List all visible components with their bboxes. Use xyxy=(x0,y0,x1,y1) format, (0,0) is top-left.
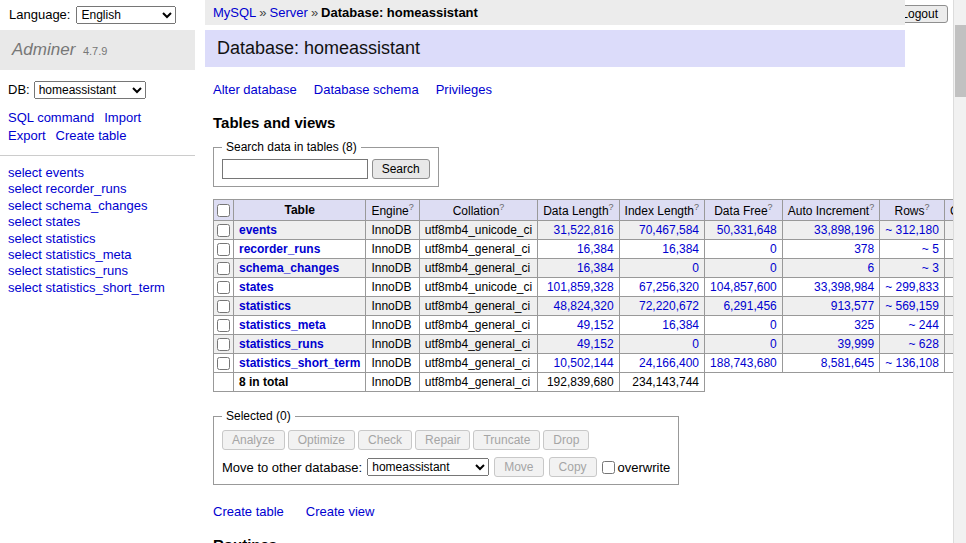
auto-increment-link[interactable]: 33,398,984 xyxy=(814,280,874,294)
table-link-statistics_runs[interactable]: statistics_runs xyxy=(239,337,324,351)
copy-button[interactable]: Copy xyxy=(549,457,597,477)
index-length-link[interactable]: 0 xyxy=(692,261,699,275)
analyze-button[interactable]: Analyze xyxy=(222,430,285,450)
row-checkbox-schema_changes[interactable] xyxy=(217,262,230,275)
rows-count-link[interactable]: ~ 569,159 xyxy=(885,299,939,313)
column-help-link[interactable]: ? xyxy=(768,202,773,212)
row-checkbox-statistics_meta[interactable] xyxy=(217,319,230,332)
scrollbar[interactable] xyxy=(953,0,966,543)
overwrite-checkbox[interactable] xyxy=(602,461,615,474)
sidebar-table-link-statistics_meta[interactable]: statistics_meta xyxy=(46,247,132,262)
data-free-link[interactable]: 104,857,600 xyxy=(710,280,777,294)
alter-database-link[interactable]: Alter database xyxy=(213,82,297,97)
optimize-button[interactable]: Optimize xyxy=(288,430,355,450)
sidebar-table-link-recorder_runs[interactable]: recorder_runs xyxy=(46,181,127,196)
data-length-link[interactable]: 16,384 xyxy=(577,261,614,275)
index-length-link[interactable]: 0 xyxy=(692,337,699,351)
sql-command-link[interactable]: SQL command xyxy=(8,110,94,125)
table-link-schema_changes[interactable]: schema_changes xyxy=(239,261,339,275)
row-checkbox-statistics_short_term[interactable] xyxy=(217,357,230,370)
adminer-home-link[interactable]: Adminer xyxy=(12,40,75,59)
truncate-button[interactable]: Truncate xyxy=(473,430,540,450)
adminer-version-link[interactable]: 4.7.9 xyxy=(83,45,107,57)
import-link[interactable]: Import xyxy=(104,110,141,125)
index-length-link[interactable]: 67,256,320 xyxy=(639,280,699,294)
data-free-link[interactable]: 0 xyxy=(770,261,777,275)
data-length-link[interactable]: 48,824,320 xyxy=(554,299,614,313)
sidebar-create-table-link[interactable]: Create table xyxy=(56,128,127,143)
move-button[interactable]: Move xyxy=(494,457,543,477)
search-button[interactable]: Search xyxy=(372,159,430,179)
select-all-checkbox[interactable] xyxy=(217,204,230,217)
rows-count-link[interactable]: ~ 244 xyxy=(909,318,939,332)
rows-count-link[interactable]: ~ 312,180 xyxy=(885,223,939,237)
data-length-link[interactable]: 31,522,816 xyxy=(554,223,614,237)
data-length-link[interactable]: 16,384 xyxy=(577,242,614,256)
data-length-link[interactable]: 49,152 xyxy=(577,318,614,332)
sidebar-table-link-events[interactable]: events xyxy=(46,165,84,180)
row-checkbox-events[interactable] xyxy=(217,224,230,237)
table-link-recorder_runs[interactable]: recorder_runs xyxy=(239,242,320,256)
drop-button[interactable]: Drop xyxy=(543,430,589,450)
table-link-events[interactable]: events xyxy=(239,223,277,237)
index-length-link[interactable]: 72,220,672 xyxy=(639,299,699,313)
auto-increment-link[interactable]: 325 xyxy=(854,318,874,332)
language-select[interactable]: English xyxy=(76,6,176,24)
index-length-link[interactable]: 16,384 xyxy=(662,242,699,256)
sidebar-select-link-statistics_meta[interactable]: select xyxy=(8,247,42,262)
table-link-states[interactable]: states xyxy=(239,280,274,294)
data-free-link[interactable]: 0 xyxy=(770,242,777,256)
data-free-link[interactable]: 0 xyxy=(770,318,777,332)
data-free-link[interactable]: 0 xyxy=(770,337,777,351)
create-view-link[interactable]: Create view xyxy=(306,504,375,519)
rows-count-link[interactable]: ~ 136,108 xyxy=(885,356,939,370)
auto-increment-link[interactable]: 6 xyxy=(867,261,874,275)
data-length-link[interactable]: 10,502,144 xyxy=(554,356,614,370)
db-select[interactable]: homeassistant xyxy=(34,81,146,99)
row-checkbox-statistics[interactable] xyxy=(217,300,230,313)
move-db-select[interactable]: homeassistant xyxy=(367,458,489,476)
check-button[interactable]: Check xyxy=(358,430,412,450)
data-length-link[interactable]: 101,859,328 xyxy=(547,280,614,294)
rows-count-link[interactable]: ~ 5 xyxy=(922,242,939,256)
sidebar-select-link-statistics_short_term[interactable]: select xyxy=(8,280,42,295)
sidebar-select-link-events[interactable]: select xyxy=(8,165,42,180)
index-length-link[interactable]: 24,166,400 xyxy=(639,356,699,370)
search-input[interactable] xyxy=(222,159,368,179)
auto-increment-link[interactable]: 8,581,645 xyxy=(821,356,874,370)
data-free-link[interactable]: 6,291,456 xyxy=(723,299,776,313)
column-help-link[interactable]: ? xyxy=(609,202,614,212)
auto-increment-link[interactable]: 913,577 xyxy=(831,299,874,313)
row-checkbox-states[interactable] xyxy=(217,281,230,294)
sidebar-select-link-recorder_runs[interactable]: select xyxy=(8,181,42,196)
database-schema-link[interactable]: Database schema xyxy=(314,82,419,97)
create-table-link[interactable]: Create table xyxy=(213,504,284,519)
sidebar-select-link-statistics[interactable]: select xyxy=(8,231,42,246)
sidebar-table-link-statistics_short_term[interactable]: statistics_short_term xyxy=(46,280,165,295)
auto-increment-link[interactable]: 33,898,196 xyxy=(814,223,874,237)
index-length-link[interactable]: 16,384 xyxy=(662,318,699,332)
auto-increment-link[interactable]: 39,999 xyxy=(837,337,874,351)
sidebar-table-link-schema_changes[interactable]: schema_changes xyxy=(46,198,148,213)
sidebar-table-link-statistics[interactable]: statistics xyxy=(46,231,96,246)
sidebar-select-link-statistics_runs[interactable]: select xyxy=(8,263,42,278)
row-checkbox-statistics_runs[interactable] xyxy=(217,338,230,351)
table-link-statistics_meta[interactable]: statistics_meta xyxy=(239,318,326,332)
privileges-link[interactable]: Privileges xyxy=(436,82,492,97)
sidebar-select-link-states[interactable]: select xyxy=(8,214,42,229)
rows-count-link[interactable]: ~ 3 xyxy=(922,261,939,275)
sidebar-select-link-schema_changes[interactable]: select xyxy=(8,198,42,213)
scrollbar-thumb[interactable] xyxy=(955,25,966,97)
breadcrumb-mysql-link[interactable]: MySQL xyxy=(213,5,256,20)
row-checkbox-recorder_runs[interactable] xyxy=(217,243,230,256)
export-link[interactable]: Export xyxy=(8,128,46,143)
table-link-statistics_short_term[interactable]: statistics_short_term xyxy=(239,356,360,370)
data-free-link[interactable]: 50,331,648 xyxy=(717,223,777,237)
column-help-link[interactable]: ? xyxy=(499,202,504,212)
auto-increment-link[interactable]: 378 xyxy=(854,242,874,256)
sidebar-table-link-states[interactable]: states xyxy=(46,214,81,229)
data-free-link[interactable]: 188,743,680 xyxy=(710,356,777,370)
data-length-link[interactable]: 49,152 xyxy=(577,337,614,351)
sidebar-table-link-statistics_runs[interactable]: statistics_runs xyxy=(46,263,128,278)
column-help-link[interactable]: ? xyxy=(409,202,414,212)
